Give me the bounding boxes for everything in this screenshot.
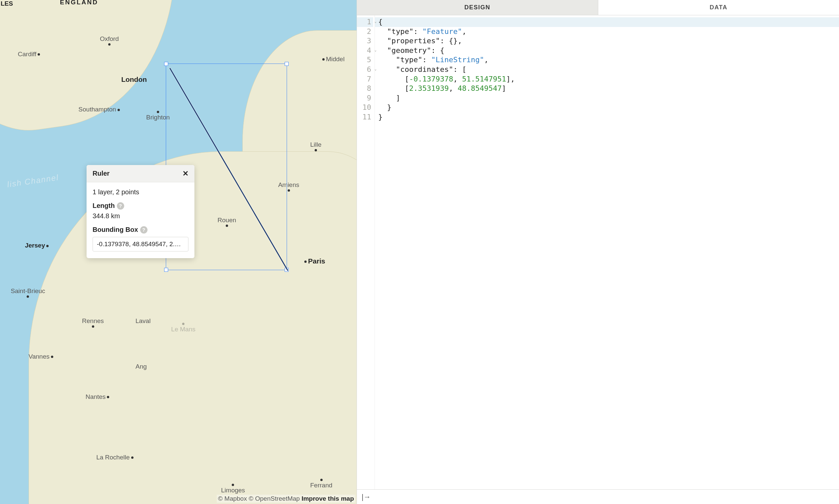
country-label-england: ENGLAND	[60, 0, 98, 6]
city-oxford: Oxford	[100, 35, 119, 46]
ruler-bbox-label: Bounding Box	[92, 226, 138, 234]
city-vannes: Vannes	[29, 353, 55, 360]
city-middel: Middel	[321, 56, 345, 63]
city-london: London	[121, 75, 147, 84]
bbox-handle-sw[interactable]	[164, 268, 168, 272]
editor-tabs: DESIGN DATA	[357, 0, 839, 15]
bbox-handle-ne[interactable]	[285, 62, 289, 66]
editor-footer: |→	[357, 489, 839, 504]
city-cardiff: Cardiff	[18, 51, 41, 58]
editor-pane: DESIGN DATA 1⌄234⌄56⌄7891011 { "type": "…	[356, 0, 839, 504]
city-limoges: Limoges	[221, 484, 245, 494]
city-laval: Laval	[136, 317, 151, 325]
ruler-length-label: Length	[92, 202, 115, 210]
city-jersey: Jersey	[25, 242, 50, 249]
ruler-popup: Ruler ✕ 1 layer, 2 points Length ? 344.8…	[87, 165, 194, 258]
code-editor[interactable]: 1⌄234⌄56⌄7891011 { "type": "Feature", "p…	[357, 15, 839, 489]
ruler-summary: 1 layer, 2 points	[92, 188, 189, 196]
country-label-wales: LES	[1, 0, 13, 7]
indent-icon[interactable]: |→	[362, 493, 371, 501]
map-attribution: © Mapbox © OpenStreetMap Improve this ma…	[217, 495, 355, 503]
ruler-length-value: 344.8 km	[92, 212, 189, 220]
city-lille: Lille	[310, 141, 321, 151]
city-southampton: Southampton	[78, 106, 121, 113]
city-ang: Ang	[136, 363, 147, 370]
ruler-bbox-input[interactable]	[92, 237, 189, 252]
city-lemans: Le Mans	[171, 323, 195, 333]
help-icon[interactable]: ?	[117, 202, 124, 210]
city-ferrand: Ferrand	[310, 479, 333, 489]
ruler-title: Ruler	[92, 170, 109, 177]
map-pane[interactable]: LES ENGLAND lish Channel CardiffOxfordLo…	[0, 0, 356, 504]
city-rennes: Rennes	[82, 317, 104, 328]
sea-label-channel: lish Channel	[7, 173, 59, 189]
close-icon[interactable]: ✕	[182, 170, 189, 177]
city-larochelle: La Rochelle	[96, 454, 135, 461]
attribution-improve[interactable]: Improve this map	[302, 495, 354, 502]
attribution-osm[interactable]: © OpenStreetMap	[249, 495, 300, 502]
tab-data[interactable]: DATA	[598, 0, 839, 15]
city-stbrieuc: Saint-Brieuc	[11, 287, 45, 298]
city-nantes: Nantes	[86, 393, 110, 400]
city-paris: Paris	[303, 257, 325, 265]
code-gutter: 1⌄234⌄56⌄7891011	[357, 15, 375, 489]
help-icon[interactable]: ?	[140, 226, 147, 234]
tab-design[interactable]: DESIGN	[357, 0, 598, 15]
attribution-mapbox[interactable]: © Mapbox	[218, 495, 247, 502]
bbox-handle-nw[interactable]	[164, 62, 168, 66]
code-body[interactable]: { "type": "Feature", "properties": {}, "…	[375, 15, 839, 489]
